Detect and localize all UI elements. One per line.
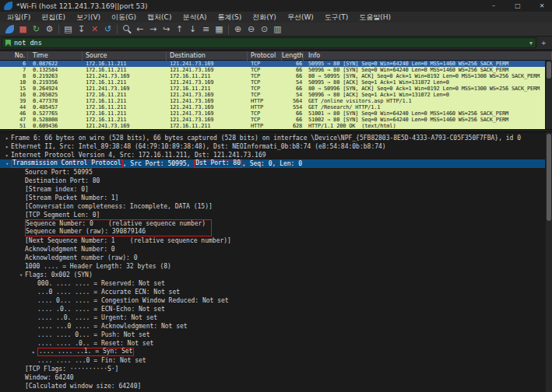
detail-line[interactable]: Sequence Number (raw): 390879146 [0,228,552,236]
packet-cell-length: 66 [282,110,304,117]
save-file-icon[interactable]: ↧ [75,23,88,36]
packet-cell-time: 0.528808 [28,117,83,123]
resize-columns-icon[interactable]: ▥ [271,23,284,36]
menu-item-telephony[interactable]: 전화(Y) [247,12,282,23]
column-header-source[interactable]: Source [83,51,167,61]
detail-line[interactable]: ▾Transmission Control Protocol, Src Port… [0,159,552,168]
restart-capture-icon[interactable]: ↻ [30,23,43,36]
packet-cell-source: 172.16.11.211 [83,79,167,86]
detail-line[interactable]: ▸Frame 6: 66 bytes on wire (528 bits), 6… [0,134,552,142]
details-scrollbar-thumb[interactable] [547,134,551,221]
column-header-protocol[interactable]: Protocol [248,51,282,61]
auto-scroll-icon[interactable]: ≡ [199,23,213,36]
collapse-arrow-icon[interactable]: ▾ [3,160,11,169]
detail-line[interactable]: [TCP Segment Len: 0] [0,211,552,219]
column-header-info[interactable]: Info [304,51,552,61]
details-scrollbar[interactable] [545,132,552,392]
colorize-icon[interactable]: ▦ [213,23,226,36]
detail-line[interactable]: .... 0... .... = Congestion Window Reduc… [0,296,552,305]
packet-row[interactable]: 460.527765172.16.11.211121.241.73.169TCP… [0,110,552,117]
zoom-reset-icon[interactable]: ⊙ [258,23,271,36]
minimize-button[interactable]: – [483,0,504,12]
packet-cell-source: 172.16.11.211 [83,117,167,123]
arrow-spacer [17,383,25,391]
go-to-packet-icon[interactable]: ↪ [160,23,173,36]
collapse-arrow-icon[interactable]: ▾ [17,271,25,280]
detail-line[interactable]: Source Port: 50995 [0,168,552,177]
menu-item-view[interactable]: 보기(V) [71,12,106,23]
packet-row[interactable]: 60.087622172.16.11.211121.241.73.169TCP6… [0,61,552,67]
packet-row[interactable]: 100.219356172.16.11.211121.241.73.169TCP… [0,79,552,86]
open-file-icon[interactable]: ▤ [62,23,75,36]
detail-line[interactable]: [Next Sequence Number: 1 (relative seque… [0,236,552,245]
detail-line[interactable]: .... .... ...0 = Fin: Not set [0,356,552,365]
detail-line[interactable]: ...0 .... .... = Accurate ECN: Not set [0,288,552,296]
packet-list-scrollbar-thumb[interactable] [547,61,551,79]
menu-item-go[interactable]: 이동(G) [106,12,142,23]
packet-row[interactable]: 470.528808172.16.11.211121.241.73.169TCP… [0,117,552,123]
filter-bookmark-icon[interactable] [5,40,11,47]
packet-row[interactable]: 70.132584172.16.11.211121.241.73.169TCP6… [0,67,552,73]
detail-line[interactable]: Acknowledgment Number: 0 [0,245,552,254]
packet-row[interactable]: 160.265025172.16.11.211121.241.73.169TCP… [0,92,552,98]
detail-line[interactable]: 1000 .... = Header Length: 32 bytes (8) [0,262,552,271]
detail-line[interactable]: .... ...0 .... = Acknowledgment: Not set [0,322,552,331]
detail-line[interactable]: Window: 64240 [0,373,552,382]
detail-line[interactable]: .... ..0. .... = Urgent: Not set [0,313,552,322]
detail-line[interactable]: .... .0.. .... = ECN-Echo: Not set [0,305,552,313]
close-button[interactable]: ✕ [532,0,552,12]
column-header-no[interactable]: No. [0,51,28,61]
find-packet-icon[interactable] [120,23,133,36]
display-filter-input[interactable]: not dns ▾ [2,37,536,48]
start-capture-icon[interactable] [3,23,16,36]
zoom-in-icon[interactable]: ⊕ [231,23,244,36]
filter-add-button[interactable]: ＋ [536,37,550,48]
packet-row[interactable]: 440.485457172.16.11.211121.241.73.169HTT… [0,104,552,110]
menu-item-help[interactable]: 도움말(H) [353,12,396,23]
detail-line[interactable]: Sequence Number: 0 (relative sequence nu… [0,219,552,228]
menu-item-edit[interactable]: 편집(E) [36,12,71,23]
packet-list-scrollbar[interactable] [545,61,552,129]
menu-item-tools[interactable]: 도구(T) [319,12,354,23]
packet-row[interactable]: 390.477378172.16.11.211121.241.73.169HTT… [0,98,552,104]
menu-item-statistics[interactable]: 통계(S) [213,12,248,23]
packet-row[interactable]: 80.219263121.241.73.169172.16.11.211TCP6… [0,73,552,79]
column-header-time[interactable]: Time [28,51,83,61]
detail-line[interactable]: ▾Flags: 0x002 (SYN) [0,271,552,279]
detail-line[interactable]: [Stream Packet Number: 1] [0,194,552,202]
detail-line[interactable]: [TCP Flags: ··········S·] [0,365,552,373]
go-last-icon[interactable]: ↓ [186,23,199,36]
reload-icon[interactable]: ↺ [101,23,114,36]
packet-row[interactable]: 510.609436121.241.73.169172.16.11.211HTT… [0,123,552,129]
zoom-out-icon[interactable]: ⊖ [244,23,258,36]
capture-options-icon[interactable]: ⚙ [43,23,56,36]
menu-item-wireless[interactable]: 무선(W) [282,12,319,23]
packet-cell-protocol: TCP [248,92,282,98]
detail-line[interactable]: .... .... .0.. = Reset: Not set [0,339,552,348]
menu-item-file[interactable]: 파일(F) [2,12,36,23]
detail-line[interactable]: [Calculated window size: 64240] [0,382,552,390]
packet-row[interactable]: 150.264924121.241.73.169172.16.11.211TCP… [0,86,552,92]
detail-line[interactable]: .... .... 0... = Push: Not set [0,331,552,339]
maximize-button[interactable]: □ [508,0,528,12]
column-header-destination[interactable]: Destination [167,51,248,61]
column-header-length[interactable]: Length [282,51,304,61]
close-file-icon[interactable]: ✕ [88,23,101,36]
go-back-icon[interactable]: ← [133,23,146,36]
detail-line[interactable]: ▸Ethernet II, Src: Intel_89:38:48 (64:79… [0,142,552,151]
detail-line[interactable]: Acknowledgment number (raw): 0 [0,254,552,262]
filter-dropdown-arrow-icon[interactable]: ▾ [529,40,533,47]
detail-line[interactable]: ▸.... .... ..1. = Syn: Set [0,348,552,356]
go-forward-icon[interactable]: → [146,23,160,36]
packet-cell-time: 0.132584 [28,67,83,73]
menu-item-capture[interactable]: 캡처(C) [142,12,177,23]
detail-line[interactable]: 000. .... .... = Reserved: Not set [0,279,552,288]
detail-line[interactable]: Destination Port: 80 [0,177,552,185]
menu-item-analyze[interactable]: 분석(A) [177,12,212,23]
go-first-icon[interactable]: ↑ [173,23,186,36]
detail-line[interactable]: [Conversation completeness: Incomplete, … [0,202,552,211]
detail-line[interactable]: [Stream index: 0] [0,185,552,194]
detail-line[interactable]: ▸Internet Protocol Version 4, Src: 172.1… [0,151,552,159]
wireshark-window: *Wi-Fi (host 121.241.73.169||port 53) – … [0,0,552,392]
stop-capture-icon[interactable]: ■ [16,23,30,36]
